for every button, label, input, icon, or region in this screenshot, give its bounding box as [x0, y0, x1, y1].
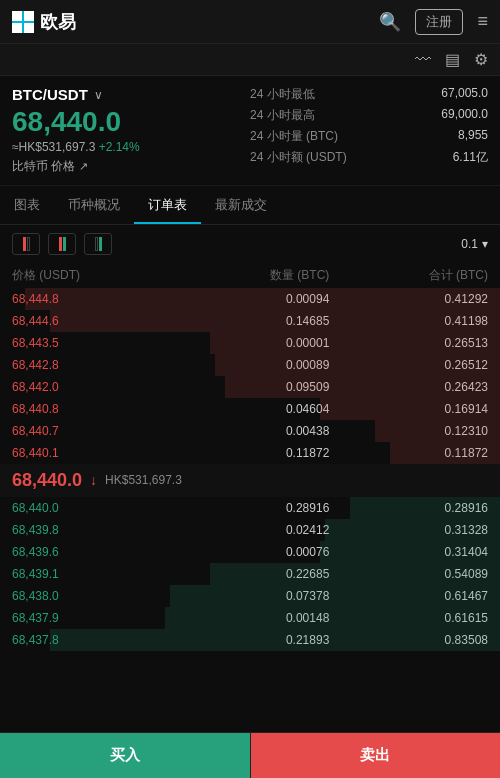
ask-price: 68,442.0: [12, 380, 171, 394]
orderbook: 0.1 ▾ 价格 (USDT) 数量 (BTC) 合计 (BTC) 68,444…: [0, 225, 500, 651]
menu-icon[interactable]: ≡: [477, 11, 488, 32]
header-right: 🔍 注册 ≡: [379, 9, 488, 35]
mid-price-arrow-icon: ↓: [90, 472, 97, 488]
bid-price: 68,440.0: [12, 501, 171, 515]
bid-row: 68,437.9 0.00148 0.61615: [0, 607, 500, 629]
ask-row: 68,444.6 0.14685 0.41198: [0, 310, 500, 332]
bottom-bar: 买入 卖出: [0, 732, 500, 778]
tab-overview[interactable]: 币种概况: [54, 186, 134, 224]
tab-orderbook[interactable]: 订单表: [134, 186, 201, 224]
ask-amount: 0.00094: [171, 292, 330, 306]
bid-rows: 68,440.0 0.28916 0.28916 68,439.8 0.0241…: [0, 497, 500, 651]
bid-total: 0.54089: [329, 567, 488, 581]
bid-total: 0.83508: [329, 633, 488, 647]
tab-chart[interactable]: 图表: [0, 186, 54, 224]
bid-row: 68,440.0 0.28916 0.28916: [0, 497, 500, 519]
stat-vol-btc: 24 小时量 (BTC) 8,955: [250, 128, 488, 145]
ask-total: 0.12310: [329, 424, 488, 438]
register-button[interactable]: 注册: [415, 9, 463, 35]
ask-row: 68,440.7 0.00438 0.12310: [0, 420, 500, 442]
bid-price: 68,439.6: [12, 545, 171, 559]
ask-amount: 0.11872: [171, 446, 330, 460]
ask-amount: 0.00001: [171, 336, 330, 350]
price-change: +2.14%: [99, 140, 140, 154]
ask-price: 68,440.8: [12, 402, 171, 416]
ask-price: 68,440.1: [12, 446, 171, 460]
bid-amount: 0.22685: [171, 567, 330, 581]
bid-row: 68,438.0 0.07378 0.61467: [0, 585, 500, 607]
settings-icon[interactable]: ⚙: [474, 50, 488, 69]
ask-total: 0.41198: [329, 314, 488, 328]
bid-row: 68,439.6 0.00076 0.31404: [0, 541, 500, 563]
ask-price: 68,442.8: [12, 358, 171, 372]
chevron-down-icon: ▾: [482, 237, 488, 251]
btc-link-icon[interactable]: ↗: [79, 160, 88, 172]
chart-wave-icon[interactable]: 〰: [415, 51, 431, 69]
logo: 欧易: [12, 10, 76, 34]
tabs: 图表 币种概况 订单表 最新成交: [0, 186, 500, 225]
mid-price-row: 68,440.0 ↓ HK$531,697.3: [0, 464, 500, 497]
sell-button[interactable]: 卖出: [251, 733, 501, 778]
bid-row: 68,439.8 0.02412 0.31328: [0, 519, 500, 541]
pair-name: BTC/USDT: [12, 86, 88, 103]
ask-row: 68,442.8 0.00089 0.26512: [0, 354, 500, 376]
bid-amount: 0.00076: [171, 545, 330, 559]
price-section: BTC/USDT ∨ 68,440.0 ≈HK$531,697.3 +2.14%…: [0, 76, 500, 186]
mid-price-hk: HK$531,697.3: [105, 473, 182, 487]
logo-text: 欧易: [40, 10, 76, 34]
ask-price: 68,444.6: [12, 314, 171, 328]
bid-price: 68,439.1: [12, 567, 171, 581]
bid-total: 0.61615: [329, 611, 488, 625]
bid-price: 68,439.8: [12, 523, 171, 537]
col-price-label: 价格 (USDT): [12, 267, 171, 284]
ask-amount: 0.14685: [171, 314, 330, 328]
bid-total: 0.61467: [329, 589, 488, 603]
pair-arrow-icon[interactable]: ∨: [94, 88, 103, 102]
ask-row: 68,442.0 0.09509 0.26423: [0, 376, 500, 398]
bid-total: 0.31328: [329, 523, 488, 537]
mid-price-value: 68,440.0: [12, 470, 82, 491]
ask-price: 68,444.8: [12, 292, 171, 306]
bid-amount: 0.00148: [171, 611, 330, 625]
ask-total: 0.11872: [329, 446, 488, 460]
bid-amount: 0.21893: [171, 633, 330, 647]
stat-vol-usdt: 24 小时额 (USDT) 6.11亿: [250, 149, 488, 166]
btc-label: 比特币 价格 ↗: [12, 158, 250, 175]
ob-view-buy-only[interactable]: [84, 233, 112, 255]
price-top: BTC/USDT ∨ 68,440.0 ≈HK$531,697.3 +2.14%…: [12, 86, 488, 175]
ob-view-both[interactable]: [48, 233, 76, 255]
ask-rows: 68,444.8 0.00094 0.41292 68,444.6 0.1468…: [0, 288, 500, 464]
ob-view-sell-only[interactable]: [12, 233, 40, 255]
bid-price: 68,438.0: [12, 589, 171, 603]
bid-total: 0.31404: [329, 545, 488, 559]
bid-amount: 0.07378: [171, 589, 330, 603]
ask-amount: 0.04604: [171, 402, 330, 416]
ask-total: 0.26512: [329, 358, 488, 372]
ask-amount: 0.00438: [171, 424, 330, 438]
sub-header: 〰 ▤ ⚙: [0, 44, 500, 76]
col-amount-label: 数量 (BTC): [171, 267, 330, 284]
ask-total: 0.26423: [329, 380, 488, 394]
bid-row: 68,439.1 0.22685 0.54089: [0, 563, 500, 585]
tab-trades[interactable]: 最新成交: [201, 186, 281, 224]
pair-row: BTC/USDT ∨: [12, 86, 250, 103]
hk-price: ≈HK$531,697.3 +2.14%: [12, 140, 250, 154]
bid-price: 68,437.8: [12, 633, 171, 647]
main-price: 68,440.0: [12, 107, 250, 138]
stat-high: 24 小时最高 69,000.0: [250, 107, 488, 124]
buy-button[interactable]: 买入: [0, 733, 250, 778]
ask-amount: 0.00089: [171, 358, 330, 372]
card-icon[interactable]: ▤: [445, 50, 460, 69]
search-icon[interactable]: 🔍: [379, 11, 401, 33]
ask-total: 0.41292: [329, 292, 488, 306]
ask-price: 68,443.5: [12, 336, 171, 350]
bid-total: 0.28916: [329, 501, 488, 515]
bid-price: 68,437.9: [12, 611, 171, 625]
ob-decimals-selector[interactable]: 0.1 ▾: [461, 237, 488, 251]
ask-row: 68,440.8 0.04604 0.16914: [0, 398, 500, 420]
header: 欧易 🔍 注册 ≡: [0, 0, 500, 44]
ask-price: 68,440.7: [12, 424, 171, 438]
bid-amount: 0.28916: [171, 501, 330, 515]
ask-row: 68,440.1 0.11872 0.11872: [0, 442, 500, 464]
ask-total: 0.26513: [329, 336, 488, 350]
